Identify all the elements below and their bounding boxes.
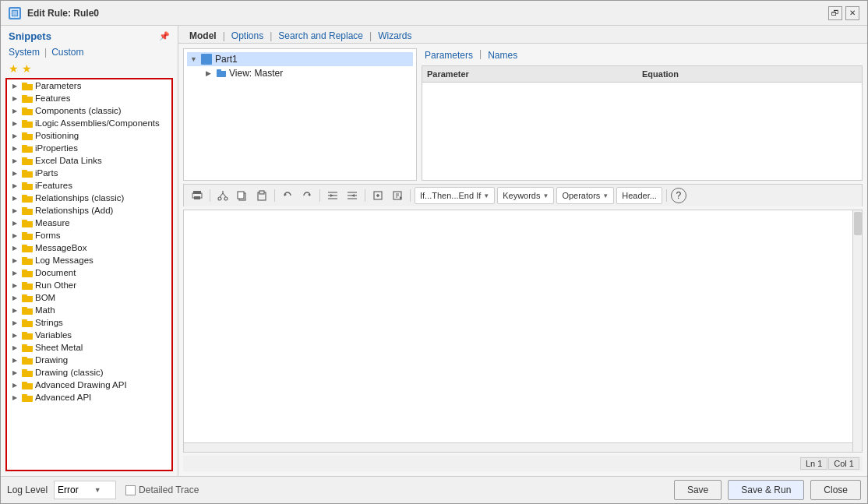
tree-node-view[interactable]: ▶ View: Master — [187, 66, 413, 80]
snippets-item[interactable]: ▶ iProperties — [7, 142, 171, 154]
star-icon-1[interactable]: ★ — [9, 62, 19, 75]
cut-button[interactable] — [214, 187, 231, 204]
snippets-item[interactable]: ▶ Variables — [7, 329, 171, 341]
folder-icon — [22, 294, 33, 302]
header-dropdown[interactable]: Header... — [616, 187, 662, 204]
print-button[interactable] — [189, 187, 206, 204]
item-arrow: ▶ — [10, 143, 19, 153]
tab-options[interactable]: Options — [228, 29, 266, 43]
item-arrow: ▶ — [10, 256, 19, 265]
scroll-thumb[interactable] — [854, 212, 862, 235]
pin-icon[interactable]: 📌 — [159, 31, 170, 41]
close-window-button[interactable]: ✕ — [845, 6, 859, 20]
paste-button[interactable] — [253, 187, 270, 204]
snippets-item[interactable]: ▶ iLogic Assemblies/Components — [7, 117, 171, 129]
col-parameter-header: Parameter — [427, 69, 642, 79]
snippets-item[interactable]: ▶ Forms — [7, 229, 171, 241]
folder-icon — [22, 194, 33, 203]
close-button[interactable]: Close — [810, 480, 861, 500]
item-label: iLogic Assemblies/Components — [35, 118, 160, 128]
insert-button[interactable] — [369, 187, 386, 204]
col-status: Col 1 — [828, 457, 859, 470]
toolbar-separator-3 — [319, 189, 320, 202]
snippets-item[interactable]: ▶ Document — [7, 266, 171, 279]
snippets-item[interactable]: ▶ iParts — [7, 167, 171, 179]
undo-button[interactable] — [279, 187, 296, 204]
snippets-item[interactable]: ▶ Positioning — [7, 129, 171, 142]
tab-system[interactable]: System — [9, 47, 40, 58]
status-bar: Ln 1 Col 1 — [183, 456, 863, 471]
item-label: Advanced API — [35, 393, 91, 402]
folder-icon — [22, 94, 33, 103]
svg-point-11 — [224, 197, 228, 200]
keywords-dropdown[interactable]: Keywords ▼ — [497, 187, 554, 204]
log-level-label: Log Level — [7, 485, 48, 495]
snippets-item[interactable]: ▶ Features — [7, 92, 171, 104]
col-equation-header: Equation — [642, 69, 857, 79]
folder-icon — [22, 331, 33, 340]
snippets-item[interactable]: ▶ Relationships (classic) — [7, 192, 171, 204]
expand-arrow: ▼ — [190, 55, 198, 63]
snippets-item[interactable]: ▶ Components (classic) — [7, 104, 171, 117]
snippets-item[interactable]: ▶ Drawing — [7, 354, 171, 366]
tab-parameters[interactable]: Parameters — [422, 48, 476, 62]
tree-node-part1[interactable]: ▼ Part1 — [187, 52, 413, 66]
snippets-item[interactable]: ▶ Excel Data Links — [7, 154, 171, 167]
snippets-list: ▶ Parameters ▶ Features ▶ Components (cl… — [5, 78, 173, 471]
ifthen-label: If...Then...End If — [420, 191, 481, 200]
item-label: Math — [35, 305, 55, 315]
item-label: Parameters — [35, 81, 81, 90]
title-bar: Edit Rule: Rule0 🗗 ✕ — [1, 1, 867, 26]
folder-icon — [22, 231, 33, 240]
svg-marker-24 — [330, 194, 333, 197]
snippets-header: Snippets 📌 — [1, 26, 178, 45]
copy-button[interactable] — [234, 187, 251, 204]
indent-button[interactable] — [324, 187, 341, 204]
tab-model[interactable]: Model — [186, 29, 220, 43]
tab-custom[interactable]: Custom — [51, 47, 83, 58]
item-arrow: ▶ — [10, 181, 19, 190]
folder-icon — [22, 144, 33, 153]
snippets-item[interactable]: ▶ Strings — [7, 316, 171, 329]
editor-scrollbar[interactable] — [852, 210, 862, 452]
window-title: Edit Rule: Rule0 — [27, 8, 99, 19]
snippets-item[interactable]: ▶ MessageBox — [7, 241, 171, 254]
save-button[interactable]: Save — [674, 480, 722, 500]
ifthen-dropdown[interactable]: If...Then...End If ▼ — [415, 187, 495, 204]
svg-marker-5 — [203, 55, 210, 62]
log-level-select[interactable]: Error ▼ — [54, 481, 116, 499]
help-button[interactable]: ? — [671, 188, 686, 203]
operators-dropdown[interactable]: Operators ▼ — [556, 187, 614, 204]
snippets-item[interactable]: ▶ iFeatures — [7, 179, 171, 192]
snippets-item[interactable]: ▶ Sheet Metal — [7, 341, 171, 354]
redo-button[interactable] — [298, 187, 316, 204]
tab-search-replace[interactable]: Search and Replace — [275, 29, 366, 43]
star-icon-2[interactable]: ★ — [22, 62, 32, 75]
snippets-item[interactable]: ▶ Relationships (Add) — [7, 204, 171, 217]
snippets-stars: ★ ★ — [1, 61, 178, 78]
folder-icon — [22, 393, 33, 402]
snippets-item[interactable]: ▶ Advanced Drawing API — [7, 379, 171, 391]
code-editor[interactable] — [183, 210, 863, 453]
toolbar-separator-6 — [666, 189, 667, 202]
snippets-item[interactable]: ▶ Advanced API — [7, 391, 171, 404]
snippets-item[interactable]: ▶ Drawing (classic) — [7, 366, 171, 379]
restore-button[interactable]: 🗗 — [828, 6, 842, 20]
editor-bottom-scrollbar[interactable] — [184, 442, 852, 452]
snippets-item[interactable]: ▶ Log Messages — [7, 254, 171, 266]
tab-wizards[interactable]: Wizards — [375, 29, 415, 43]
snippet-button[interactable] — [389, 187, 406, 204]
snippets-item[interactable]: ▶ Measure — [7, 217, 171, 229]
item-label: BOM — [35, 293, 55, 302]
trace-checkbox[interactable] — [125, 485, 136, 495]
snippets-item[interactable]: ▶ Parameters — [7, 79, 171, 92]
save-run-button[interactable]: Save & Run — [728, 480, 804, 500]
tab-names[interactable]: Names — [485, 48, 520, 62]
item-label: iParts — [35, 168, 58, 178]
folder-icon — [22, 269, 33, 277]
folder-icon — [22, 169, 33, 178]
snippets-item[interactable]: ▶ Math — [7, 304, 171, 316]
outdent-button[interactable] — [344, 187, 361, 204]
snippets-item[interactable]: ▶ Run Other — [7, 279, 171, 291]
snippets-item[interactable]: ▶ BOM — [7, 291, 171, 304]
